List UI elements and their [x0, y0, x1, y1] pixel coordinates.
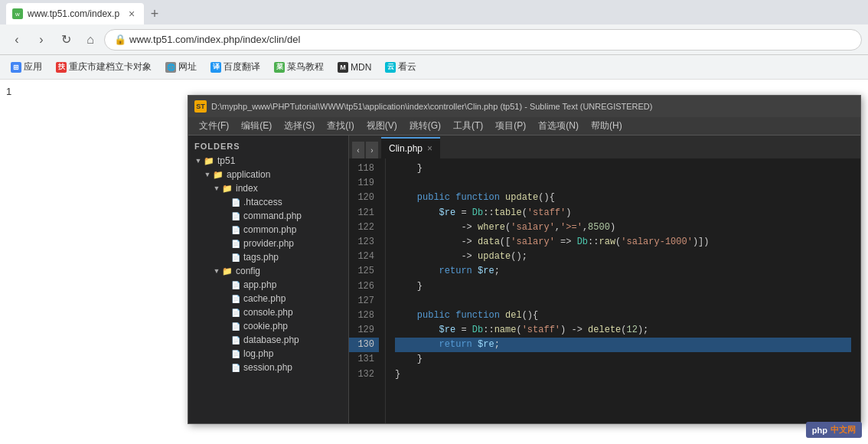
bookmark-label: 百度翻译 [224, 60, 260, 73]
bookmark-label: 看云 [398, 60, 416, 73]
file-icon: 📄 [231, 350, 240, 358]
menu-help[interactable]: 帮助(H) [585, 117, 628, 135]
tree-file-console[interactable]: 📄 console.php [188, 305, 348, 319]
code-line-132: } [395, 367, 851, 382]
fu-icon: 扶 [56, 62, 67, 73]
menu-prefs[interactable]: 首选项(N) [532, 117, 585, 135]
code-line-124: -> update(); [395, 250, 851, 264]
tree-folder-application[interactable]: ▼ 📁 application [188, 168, 348, 181]
bookmark-wangzhi[interactable]: 🌐 网址 [161, 59, 201, 75]
code-line-121: $re = Db::table('staff') [395, 206, 851, 220]
sublime-title: D:\myphp_www\PHPTutorial\WWW\tp51\applic… [211, 102, 652, 111]
tab-next-button[interactable]: › [366, 142, 378, 158]
folder-icon: 📁 [222, 266, 233, 276]
bookmark-kanyun[interactable]: 云 看云 [380, 59, 421, 75]
bookmark-mdn[interactable]: M MDN [333, 60, 376, 74]
tree-label: index [236, 183, 258, 194]
folders-header: FOLDERS [188, 139, 348, 154]
php-chinese-text: 中文网 [830, 424, 856, 436]
editor-tabs: ‹ › Clin.php × [349, 135, 860, 158]
tree-label: session.php [243, 362, 292, 373]
line-num-129: 129 [349, 323, 379, 338]
browser-tab[interactable]: w www.tp51.com/index.p × [6, 3, 144, 24]
bookmark-fu[interactable]: 扶 重庆市建档立卡对象 [51, 59, 156, 75]
menu-file[interactable]: 文件(F) [193, 117, 235, 135]
bookmark-label: 菜鸟教程 [287, 60, 324, 73]
new-tab-button[interactable]: + [144, 3, 165, 24]
code-line-119 [395, 176, 851, 191]
arrow-down-icon: ▼ [213, 267, 220, 275]
page-number: 1 [6, 86, 11, 97]
tree-label: app.php [243, 279, 276, 290]
tree-file-cookie[interactable]: 📄 cookie.php [188, 319, 348, 333]
line-num-119: 119 [349, 176, 379, 191]
menu-view[interactable]: 视图(V) [361, 117, 403, 135]
home-button[interactable]: ⌂ [80, 29, 101, 51]
code-line-122: -> where('salary','>=',8500) [395, 220, 851, 235]
url-text: www.tp51.com/index.php/index/clin/del [129, 34, 300, 45]
tree-folder-config[interactable]: ▼ 📁 config [188, 264, 348, 278]
code-line-128: public function del(){ [395, 309, 851, 323]
bookmark-baidu[interactable]: 译 百度翻译 [206, 59, 265, 75]
tree-file-log[interactable]: 📄 log.php [188, 347, 348, 361]
tree-label: cookie.php [243, 321, 288, 331]
menu-select[interactable]: 选择(S) [278, 117, 321, 135]
tree-file-htaccess[interactable]: 📄 .htaccess [188, 195, 348, 209]
tree-file-tags[interactable]: 📄 tags.php [188, 250, 348, 264]
tree-file-command[interactable]: 📄 command.php [188, 209, 348, 223]
tree-file-session[interactable]: 📄 session.php [188, 361, 348, 374]
line-num-123: 123 [349, 235, 379, 250]
code-editor: ‹ › Clin.php × 118 119 [349, 135, 860, 423]
menu-edit[interactable]: 编辑(E) [235, 117, 278, 135]
line-num-127: 127 [349, 294, 379, 309]
file-icon: 📄 [231, 364, 240, 372]
code-line-125: return $re; [395, 264, 851, 279]
file-icon: 📄 [231, 295, 240, 303]
bookmark-runoob[interactable]: 菜 菜鸟教程 [269, 59, 328, 75]
tab-prev-button[interactable]: ‹ [352, 142, 364, 158]
address-bar: ‹ › ↻ ⌂ 🔒 www.tp51.com/index.php/index/c… [0, 24, 868, 55]
tree-file-provider[interactable]: 📄 provider.php [188, 237, 348, 250]
tree-label: log.php [243, 348, 273, 359]
tree-file-cache[interactable]: 📄 cache.php [188, 292, 348, 305]
bookmark-label: 应用 [24, 60, 42, 73]
baidu-icon: 译 [210, 62, 221, 73]
tree-file-common[interactable]: 📄 common.php [188, 223, 348, 237]
code-content: 118 119 120 121 122 123 124 125 126 127 … [349, 158, 860, 423]
tree-label: tags.php [243, 252, 279, 263]
runoob-icon: 菜 [274, 62, 285, 73]
file-icon: 📄 [231, 336, 240, 344]
forward-button[interactable]: › [31, 29, 52, 51]
editor-tab-clin[interactable]: Clin.php × [381, 137, 440, 158]
menu-goto[interactable]: 跳转(G) [403, 117, 447, 135]
bookmark-apps[interactable]: ⊞ 应用 [6, 59, 47, 75]
tree-label: cache.php [243, 293, 286, 304]
tree-label: .htaccess [243, 197, 282, 207]
tree-folder-tp51[interactable]: ▼ 📁 tp51 [188, 154, 348, 168]
tree-folder-index[interactable]: ▼ 📁 index [188, 181, 348, 195]
file-icon: 📄 [231, 198, 240, 207]
code-line-131: } [395, 352, 851, 367]
kanyun-icon: 云 [385, 62, 396, 73]
menu-project[interactable]: 项目(P) [489, 117, 532, 135]
back-button[interactable]: ‹ [6, 29, 28, 51]
menu-find[interactable]: 查找(I) [321, 117, 360, 135]
sublime-menubar: 文件(F) 编辑(E) 选择(S) 查找(I) 视图(V) 跳转(G) 工具(T… [188, 117, 860, 135]
tab-close-button[interactable]: × [126, 8, 138, 20]
code-line-123: -> data(['salary' => Db::raw('salary-100… [395, 235, 851, 250]
tree-file-app[interactable]: 📄 app.php [188, 278, 348, 292]
code-line-129: $re = Db::name('staff') -> delete(12); [395, 323, 851, 338]
tab-title: www.tp51.com/index.p [28, 8, 119, 19]
tree-file-database[interactable]: 📄 database.php [188, 333, 348, 347]
refresh-button[interactable]: ↻ [55, 29, 77, 51]
line-num-118: 118 [349, 162, 379, 176]
bookmark-label: 重庆市建档立卡对象 [69, 60, 152, 73]
tree-label: config [236, 266, 260, 276]
menu-tools[interactable]: 工具(T) [447, 117, 489, 135]
browser-frame: w www.tp51.com/index.p × + ‹ › ↻ ⌂ 🔒 www… [0, 0, 868, 444]
code-area[interactable]: } public function update(){ $re = Db::ta… [386, 158, 860, 423]
tab-close-icon[interactable]: × [427, 143, 432, 154]
url-input[interactable]: 🔒 www.tp51.com/index.php/index/clin/del [104, 29, 862, 51]
line-num-125: 125 [349, 264, 379, 279]
tree-label: database.php [243, 335, 299, 345]
